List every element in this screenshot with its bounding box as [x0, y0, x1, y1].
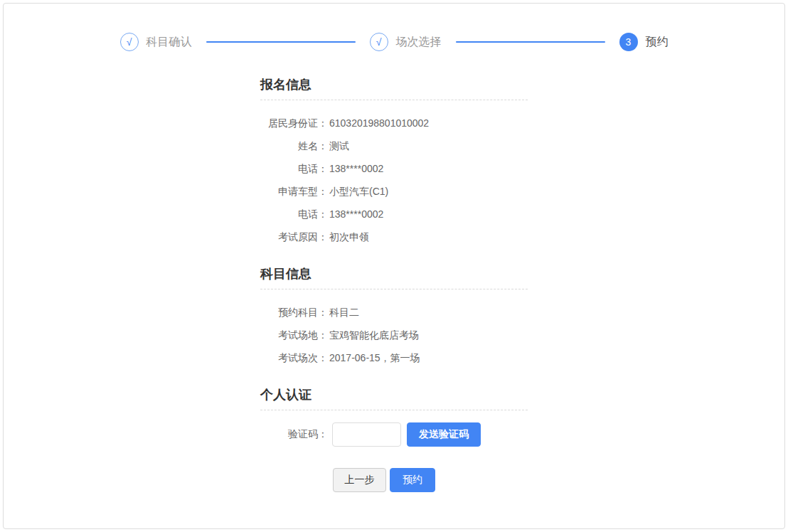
step-subject-confirm: √ 科目确认: [120, 33, 192, 51]
field-row-vehicle-type: 申请车型： 小型汽车(C1): [260, 185, 528, 198]
field-label: 姓名：: [260, 139, 328, 153]
field-row-phone-2: 电话： 138****0002: [260, 208, 528, 221]
stepper-connector: [206, 41, 356, 43]
field-row-booked-subject: 预约科目： 科目二: [260, 306, 528, 319]
field-value: 科目二: [328, 306, 528, 319]
section-subject-info: 科目信息 预约科目： 科目二 考试场地： 宝鸡智能化底店考场 考试场次： 201…: [260, 265, 528, 365]
field-row-id-number: 居民身份证： 610320198801010002: [260, 117, 528, 130]
registration-fields: 居民身份证： 610320198801010002 姓名： 测试 电话： 138…: [260, 100, 528, 244]
field-label: 电话：: [260, 208, 328, 221]
field-row-phone: 电话： 138****0002: [260, 162, 528, 176]
field-label: 验证码：: [260, 428, 328, 441]
field-value: 初次申领: [328, 230, 528, 244]
step-label: 预约: [646, 35, 669, 50]
step-label: 场次选择: [396, 35, 442, 50]
field-row-exam-site: 考试场地： 宝鸡智能化底店考场: [260, 329, 528, 342]
stepper-connector: [456, 41, 605, 43]
stepper: √ 科目确认 √ 场次选择 3 预约: [4, 33, 784, 51]
field-value: 610320198801010002: [328, 117, 528, 130]
verification-code-input[interactable]: [332, 422, 401, 447]
step-session-select: √ 场次选择: [370, 33, 442, 51]
step-number-badge: 3: [619, 33, 638, 51]
content-column: 报名信息 居民身份证： 610320198801010002 姓名： 测试 电话…: [260, 76, 528, 492]
step-appointment: 3 预约: [619, 33, 669, 51]
field-label: 申请车型：: [260, 185, 328, 198]
step-label: 科目确认: [147, 35, 192, 50]
field-label: 考试场地：: [260, 329, 328, 342]
field-label: 电话：: [260, 162, 328, 176]
send-code-button[interactable]: 发送验证码: [407, 422, 481, 447]
field-value: 138****0002: [328, 208, 528, 221]
field-label: 居民身份证：: [260, 117, 328, 130]
check-icon: √: [370, 33, 388, 51]
field-value: 宝鸡智能化底店考场: [328, 329, 528, 342]
section-title: 报名信息: [260, 76, 528, 100]
section-personal-verification: 个人认证 验证码： 发送验证码: [260, 386, 528, 447]
section-title: 个人认证: [260, 386, 528, 410]
section-registration-info: 报名信息 居民身份证： 610320198801010002 姓名： 测试 电话…: [260, 76, 528, 244]
field-row-exam-reason: 考试原因： 初次申领: [260, 230, 528, 244]
field-row-exam-session: 考试场次： 2017-06-15，第一场: [260, 351, 528, 365]
field-label: 预约科目：: [260, 306, 328, 319]
field-label: 考试原因：: [260, 230, 328, 244]
field-value: 2017-06-15，第一场: [328, 351, 528, 365]
section-title: 科目信息: [260, 265, 528, 289]
field-row-name: 姓名： 测试: [260, 139, 528, 153]
previous-step-button[interactable]: 上一步: [333, 468, 386, 492]
field-label: 考试场次：: [260, 351, 328, 365]
subject-fields: 预约科目： 科目二 考试场地： 宝鸡智能化底店考场 考试场次： 2017-06-…: [260, 289, 528, 365]
field-value: 测试: [328, 139, 528, 153]
appointment-page: √ 科目确认 √ 场次选择 3 预约 报名信息 居民身份证： 610320198…: [3, 3, 785, 529]
submit-appointment-button[interactable]: 预约: [390, 468, 435, 492]
check-icon: √: [120, 33, 139, 51]
verification-code-row: 验证码： 发送验证码: [260, 422, 528, 447]
bottom-actions: 上一步 预约: [260, 468, 528, 492]
field-value: 138****0002: [328, 162, 528, 176]
field-value: 小型汽车(C1): [328, 185, 528, 198]
